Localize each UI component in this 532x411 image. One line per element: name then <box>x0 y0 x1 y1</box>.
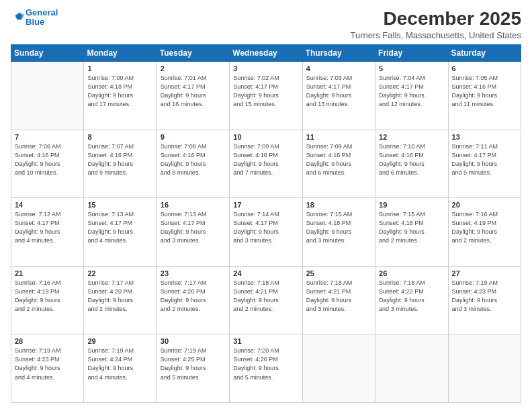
day-info: Sunrise: 7:11 AMSunset: 4:17 PMDaylight:… <box>452 142 517 177</box>
day-number: 1 <box>87 64 152 73</box>
calendar-cell: 5Sunrise: 7:04 AMSunset: 4:17 PMDaylight… <box>375 62 448 130</box>
calendar-cell <box>11 62 84 130</box>
page: General Blue December 2025 Turners Falls… <box>0 0 532 411</box>
day-number: 30 <box>161 337 226 345</box>
calendar-cell: 7Sunrise: 7:06 AMSunset: 4:16 PMDaylight… <box>11 130 84 198</box>
calendar-cell: 18Sunrise: 7:15 AMSunset: 4:18 PMDayligh… <box>302 198 375 267</box>
day-info: Sunrise: 7:10 AMSunset: 4:16 PMDaylight:… <box>379 142 444 177</box>
day-info: Sunrise: 7:02 AMSunset: 4:17 PMDaylight:… <box>233 74 298 109</box>
calendar-cell: 10Sunrise: 7:09 AMSunset: 4:16 PMDayligh… <box>230 130 302 198</box>
calendar-cell: 16Sunrise: 7:13 AMSunset: 4:17 PMDayligh… <box>157 198 229 267</box>
day-number: 9 <box>161 133 226 141</box>
weekday-header: Tuesday <box>157 45 229 62</box>
calendar-cell: 22Sunrise: 7:17 AMSunset: 4:20 PMDayligh… <box>84 266 157 334</box>
day-info: Sunrise: 7:18 AMSunset: 4:21 PMDaylight:… <box>306 279 371 314</box>
weekday-header: Friday <box>375 45 448 62</box>
day-number: 23 <box>161 269 226 277</box>
calendar-week-row: 21Sunrise: 7:16 AMSunset: 4:19 PMDayligh… <box>11 266 521 334</box>
day-number: 16 <box>161 201 226 209</box>
day-number: 15 <box>87 201 152 209</box>
day-info: Sunrise: 7:09 AMSunset: 4:16 PMDaylight:… <box>233 142 298 177</box>
day-info: Sunrise: 7:06 AMSunset: 4:16 PMDaylight:… <box>15 142 80 177</box>
calendar-week-row: 1Sunrise: 7:00 AMSunset: 4:18 PMDaylight… <box>11 62 521 130</box>
day-info: Sunrise: 7:17 AMSunset: 4:20 PMDaylight:… <box>87 279 152 314</box>
calendar-cell: 30Sunrise: 7:19 AMSunset: 4:25 PMDayligh… <box>157 334 229 403</box>
day-number: 21 <box>15 269 80 277</box>
day-info: Sunrise: 7:08 AMSunset: 4:16 PMDaylight:… <box>161 142 226 177</box>
day-info: Sunrise: 7:16 AMSunset: 4:19 PMDaylight:… <box>452 210 517 245</box>
calendar-subtitle: Turners Falls, Massachusetts, United Sta… <box>350 30 521 40</box>
calendar-cell: 3Sunrise: 7:02 AMSunset: 4:17 PMDaylight… <box>230 62 302 130</box>
day-number: 11 <box>306 133 371 141</box>
day-info: Sunrise: 7:13 AMSunset: 4:17 PMDaylight:… <box>87 210 152 245</box>
day-number: 3 <box>233 64 298 73</box>
day-info: Sunrise: 7:15 AMSunset: 4:18 PMDaylight:… <box>306 210 371 245</box>
day-number: 27 <box>452 269 517 277</box>
calendar-cell <box>302 334 375 403</box>
day-info: Sunrise: 7:13 AMSunset: 4:17 PMDaylight:… <box>161 210 226 245</box>
day-number: 12 <box>379 133 444 141</box>
day-number: 25 <box>306 269 371 277</box>
calendar-cell: 8Sunrise: 7:07 AMSunset: 4:16 PMDaylight… <box>84 130 157 198</box>
calendar-cell <box>448 334 521 403</box>
weekday-header: Wednesday <box>230 45 302 62</box>
day-info: Sunrise: 7:19 AMSunset: 4:24 PMDaylight:… <box>87 347 152 381</box>
calendar-title: December 2025 <box>350 8 521 30</box>
calendar-cell: 27Sunrise: 7:19 AMSunset: 4:23 PMDayligh… <box>448 266 521 334</box>
calendar-cell: 2Sunrise: 7:01 AMSunset: 4:17 PMDaylight… <box>157 62 229 130</box>
calendar-cell: 12Sunrise: 7:10 AMSunset: 4:16 PMDayligh… <box>375 130 448 198</box>
day-number: 13 <box>452 133 517 141</box>
day-number: 2 <box>161 64 226 73</box>
day-number: 5 <box>379 64 444 73</box>
calendar-cell: 25Sunrise: 7:18 AMSunset: 4:21 PMDayligh… <box>302 266 375 334</box>
day-info: Sunrise: 7:19 AMSunset: 4:25 PMDaylight:… <box>161 347 226 381</box>
logo-text-general: General <box>26 8 58 17</box>
logo-icon <box>12 10 24 22</box>
calendar-cell: 4Sunrise: 7:03 AMSunset: 4:17 PMDaylight… <box>302 62 375 130</box>
day-info: Sunrise: 7:04 AMSunset: 4:17 PMDaylight:… <box>379 74 444 109</box>
calendar-cell: 9Sunrise: 7:08 AMSunset: 4:16 PMDaylight… <box>157 130 229 198</box>
weekday-header: Monday <box>84 45 157 62</box>
weekday-header: Saturday <box>448 45 521 62</box>
day-info: Sunrise: 7:18 AMSunset: 4:21 PMDaylight:… <box>233 279 298 314</box>
calendar-week-row: 14Sunrise: 7:12 AMSunset: 4:17 PMDayligh… <box>11 198 521 267</box>
weekday-header: Thursday <box>302 45 375 62</box>
calendar-cell: 29Sunrise: 7:19 AMSunset: 4:24 PMDayligh… <box>84 334 157 403</box>
day-info: Sunrise: 7:17 AMSunset: 4:20 PMDaylight:… <box>161 279 226 314</box>
day-info: Sunrise: 7:18 AMSunset: 4:22 PMDaylight:… <box>379 279 444 314</box>
day-info: Sunrise: 7:05 AMSunset: 4:16 PMDaylight:… <box>452 74 517 109</box>
calendar-cell: 19Sunrise: 7:15 AMSunset: 4:18 PMDayligh… <box>375 198 448 267</box>
day-number: 8 <box>87 133 152 141</box>
day-number: 7 <box>15 133 80 141</box>
day-number: 24 <box>233 269 298 277</box>
day-number: 29 <box>87 337 152 345</box>
day-info: Sunrise: 7:20 AMSunset: 4:26 PMDaylight:… <box>233 347 298 381</box>
day-info: Sunrise: 7:15 AMSunset: 4:18 PMDaylight:… <box>379 210 444 245</box>
calendar-cell: 24Sunrise: 7:18 AMSunset: 4:21 PMDayligh… <box>230 266 302 334</box>
day-info: Sunrise: 7:14 AMSunset: 4:17 PMDaylight:… <box>233 210 298 245</box>
calendar-cell <box>375 334 448 403</box>
calendar-cell: 11Sunrise: 7:09 AMSunset: 4:16 PMDayligh… <box>302 130 375 198</box>
header: General Blue December 2025 Turners Falls… <box>11 8 521 40</box>
calendar-cell: 26Sunrise: 7:18 AMSunset: 4:22 PMDayligh… <box>375 266 448 334</box>
calendar-week-row: 28Sunrise: 7:19 AMSunset: 4:23 PMDayligh… <box>11 334 521 403</box>
weekday-header: Sunday <box>11 45 84 62</box>
day-number: 6 <box>452 64 517 73</box>
day-number: 14 <box>15 201 80 209</box>
calendar-cell: 23Sunrise: 7:17 AMSunset: 4:20 PMDayligh… <box>157 266 229 334</box>
calendar-cell: 21Sunrise: 7:16 AMSunset: 4:19 PMDayligh… <box>11 266 84 334</box>
day-info: Sunrise: 7:19 AMSunset: 4:23 PMDaylight:… <box>15 347 80 381</box>
calendar-cell: 20Sunrise: 7:16 AMSunset: 4:19 PMDayligh… <box>448 198 521 267</box>
day-number: 20 <box>452 201 517 209</box>
day-number: 18 <box>306 201 371 209</box>
day-number: 10 <box>233 133 298 141</box>
calendar-week-row: 7Sunrise: 7:06 AMSunset: 4:16 PMDaylight… <box>11 130 521 198</box>
calendar-cell: 28Sunrise: 7:19 AMSunset: 4:23 PMDayligh… <box>11 334 84 403</box>
day-number: 26 <box>379 269 444 277</box>
weekday-header-row: SundayMondayTuesdayWednesdayThursdayFrid… <box>11 45 521 62</box>
day-number: 22 <box>87 269 152 277</box>
day-number: 28 <box>15 337 80 345</box>
day-info: Sunrise: 7:19 AMSunset: 4:23 PMDaylight:… <box>452 279 517 314</box>
calendar-cell: 31Sunrise: 7:20 AMSunset: 4:26 PMDayligh… <box>230 334 302 403</box>
day-number: 19 <box>379 201 444 209</box>
